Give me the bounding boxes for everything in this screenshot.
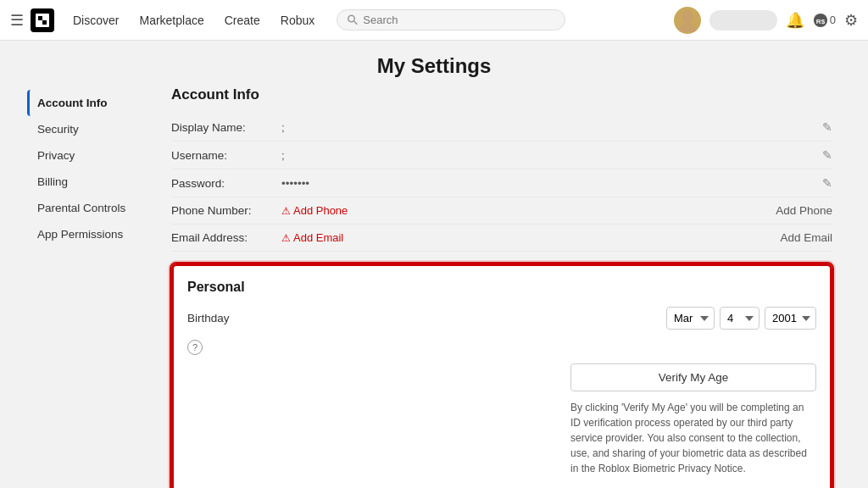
robux-count: 0 [830,14,836,26]
content-area: Account Info Security Privacy Billing Pa… [10,86,858,488]
roblox-logo-svg [34,12,51,29]
add-phone-warning[interactable]: ⚠ Add Phone [281,204,348,217]
main-content: Account Info Display Name: ; ✎ Username:… [163,86,841,488]
birthday-year-select[interactable]: 1999200020012002 [765,307,816,330]
display-name-row: Display Name: ; ✎ [171,114,832,141]
page-title: My Settings [0,41,868,86]
email-row: Email Address: ⚠ Add Email Add Email [171,225,832,252]
warning-triangle-email-icon: ⚠ [281,232,291,244]
user-info-bar [709,10,777,30]
birthday-label: Birthday [187,312,272,324]
username-row: Username: ; ✎ [171,141,832,169]
add-email-right[interactable]: Add Email [780,231,832,244]
robux-icon: R$ [813,13,828,28]
phone-label: Phone Number: [171,204,281,217]
svg-point-5 [682,10,693,24]
search-input[interactable] [363,14,554,26]
sidebar: Account Info Security Privacy Billing Pa… [27,86,163,488]
verify-age-button[interactable]: Verify My Age [570,363,816,391]
add-email-link[interactable]: Add Email [293,231,343,244]
sidebar-item-app-permissions[interactable]: App Permissions [27,221,163,247]
display-name-value: ; [281,121,822,134]
username-edit-icon[interactable]: ✎ [822,148,832,162]
notification-icon[interactable]: 🔔 [786,11,804,30]
account-info-title: Account Info [171,86,832,103]
nav-create[interactable]: Create [216,8,269,32]
nav-robux[interactable]: Robux [272,8,323,32]
svg-rect-2 [42,20,47,25]
hamburger-menu-icon[interactable]: ☰ [10,11,24,30]
sidebar-item-account-info[interactable]: Account Info [27,90,163,116]
navbar-links: Discover Marketplace Create Robux [64,8,323,32]
birthday-row: Birthday JanFebMarApr MayJunJulAug SepOc… [187,307,816,330]
email-label: Email Address: [171,231,281,244]
add-phone-right[interactable]: Add Phone [776,204,832,217]
password-label: Password: [171,177,281,190]
help-icon[interactable]: ? [187,340,203,355]
nav-marketplace[interactable]: Marketplace [131,8,212,32]
navbar: ☰ Discover Marketplace Create Robux 🔔 R$ [0,0,868,41]
search-icon [348,14,358,25]
sidebar-item-parental-controls[interactable]: Parental Controls [27,195,163,221]
sidebar-item-billing[interactable]: Billing [27,169,163,195]
birthday-month-select[interactable]: JanFebMarApr MayJunJulAug SepOctNovDec [666,307,715,330]
roblox-logo [31,8,54,32]
sidebar-item-privacy[interactable]: Privacy [27,142,163,169]
password-edit-icon[interactable]: ✎ [822,176,832,190]
svg-line-4 [354,21,358,25]
navbar-right: 🔔 R$ 0 ⚙ [674,7,858,34]
help-row: ? [187,340,816,355]
svg-point-6 [679,24,696,32]
add-phone-link[interactable]: Add Phone [293,204,348,217]
add-email-warning[interactable]: ⚠ Add Email [281,231,343,244]
search-bar [337,9,565,30]
robux-counter: R$ 0 [813,13,836,28]
settings-icon[interactable]: ⚙ [844,11,858,30]
birthday-selects: JanFebMarApr MayJunJulAug SepOctNovDec 1… [666,307,816,330]
display-name-edit-icon[interactable]: ✎ [822,120,832,134]
birthday-day-select[interactable]: 1234 5678 910 [720,307,760,330]
svg-point-3 [348,15,355,22]
verify-description: By clicking 'Verify My Age' you will be … [570,400,816,476]
personal-section: Personal Birthday JanFebMarApr MayJunJul… [171,263,832,488]
avatar-image [677,8,698,32]
display-name-label: Display Name: [171,121,281,134]
nav-discover[interactable]: Discover [64,8,127,32]
sidebar-item-security[interactable]: Security [27,116,163,142]
username-value: ; [281,149,822,162]
password-row: Password: ••••••• ✎ [171,169,832,197]
page-container: My Settings Account Info Security Privac… [0,41,868,488]
svg-text:R$: R$ [816,17,826,25]
avatar[interactable] [674,7,701,34]
svg-rect-1 [38,16,42,20]
warning-triangle-icon: ⚠ [281,205,291,217]
phone-row: Phone Number: ⚠ Add Phone Add Phone [171,197,832,225]
personal-section-title: Personal [187,280,816,295]
password-value: ••••••• [281,177,822,190]
username-label: Username: [171,149,281,162]
